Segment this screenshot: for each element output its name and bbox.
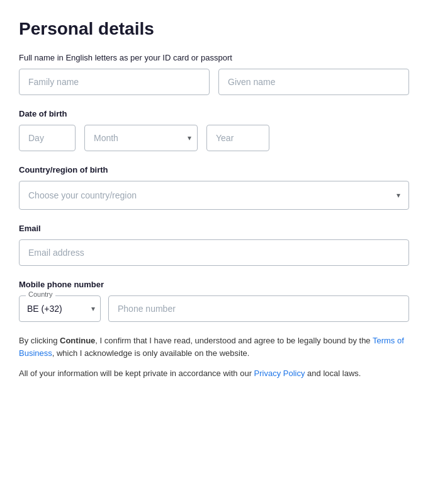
phone-number-input[interactable]	[108, 295, 409, 322]
privacy-pre: All of your information will be kept pri…	[19, 369, 254, 378]
month-wrapper: Month January February March April May J…	[84, 125, 198, 151]
year-input[interactable]	[206, 125, 269, 151]
email-input[interactable]	[19, 239, 409, 266]
page-title: Personal details	[19, 19, 409, 39]
phone-row: Country BE (+32) US (+1) GB (+44) FR (+3…	[19, 295, 409, 322]
privacy-policy-link[interactable]: Privacy Policy	[254, 369, 305, 378]
fullname-label: Full name in English letters as per your…	[19, 53, 409, 62]
fullname-row	[19, 69, 409, 95]
country-select[interactable]: Choose your country/region	[19, 181, 409, 210]
disclaimer-post-continue: , I confirm that I have read, understood…	[95, 336, 373, 345]
continue-label: Continue	[60, 336, 95, 345]
country-section: Country/region of birth Choose your coun…	[19, 165, 409, 210]
dob-label: Date of birth	[19, 109, 409, 118]
country-code-select[interactable]: BE (+32) US (+1) GB (+44) FR (+33) DE (+…	[20, 296, 100, 321]
disclaimer-text: By clicking Continue, I confirm that I h…	[19, 335, 409, 360]
phone-label: Mobile phone number	[19, 280, 409, 289]
country-code-wrapper: Country BE (+32) US (+1) GB (+44) FR (+3…	[19, 295, 101, 322]
month-select[interactable]: Month January February March April May J…	[84, 125, 198, 151]
email-label: Email	[19, 224, 409, 233]
phone-section: Mobile phone number Country BE (+32) US …	[19, 280, 409, 322]
family-name-input[interactable]	[19, 69, 210, 95]
disclaimer-pre: By clicking	[19, 336, 60, 345]
dob-section: Date of birth Month January February Mar…	[19, 109, 409, 151]
country-code-legend: Country	[26, 290, 55, 298]
disclaimer-post-terms: , which I acknowledge is only available …	[52, 348, 250, 358]
fullname-section: Full name in English letters as per your…	[19, 53, 409, 95]
privacy-text: All of your information will be kept pri…	[19, 367, 409, 380]
privacy-post: and local laws.	[305, 369, 361, 378]
day-input[interactable]	[19, 125, 76, 151]
country-select-wrapper: Choose your country/region ▾	[19, 181, 409, 210]
dob-row: Month January February March April May J…	[19, 125, 409, 151]
email-section: Email	[19, 224, 409, 266]
country-label: Country/region of birth	[19, 165, 409, 175]
given-name-input[interactable]	[218, 69, 409, 95]
